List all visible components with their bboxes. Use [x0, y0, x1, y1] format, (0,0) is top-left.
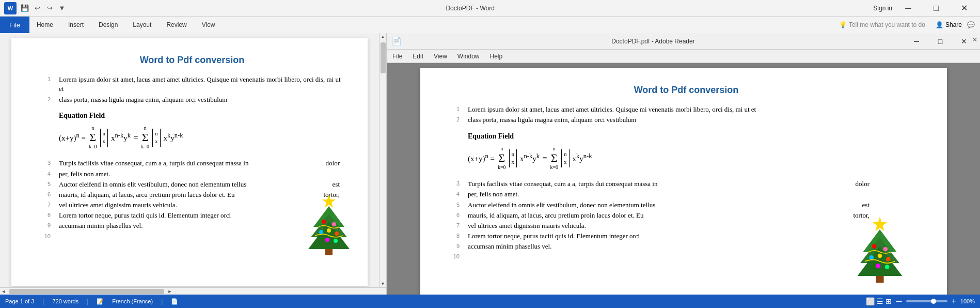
word-minimize-button[interactable]: ─ [896, 0, 920, 17]
tab-review[interactable]: Review [159, 17, 194, 33]
word-line-8: 8 Lorem tortor neque, purus taciti quis … [42, 211, 342, 220]
spell-check-icon[interactable]: 📝 [97, 298, 104, 305]
scroll-down-button[interactable]: ▼ [380, 280, 387, 287]
word-close-button[interactable]: ✕ [952, 0, 976, 17]
pdf-menu-edit[interactable]: Edit [410, 53, 425, 60]
pdf-line-text-3: Turpis facilisis vitae consequat, cum a … [468, 179, 657, 189]
pdf-menu-view[interactable]: View [432, 53, 449, 60]
line-text-2: class porta, massa ligula magna enim, al… [59, 95, 342, 104]
pdf-menu-window[interactable]: Window [455, 53, 482, 60]
word-horizontal-scrollbar[interactable]: ◄ ► [0, 287, 386, 295]
pdf-line-2: 2 class porta, massa ligula magna enim, … [451, 115, 921, 125]
pdf-line-text-1: Lorem ipsum dolor sit amet, lacus amet a… [468, 105, 921, 114]
scroll-left-button[interactable]: ◄ [0, 288, 7, 295]
pdf-minimize-button[interactable]: ─ [905, 33, 928, 50]
pdf-line-1: 1 Lorem ipsum dolor sit amet, lacus amet… [451, 105, 921, 114]
tab-insert[interactable]: Insert [61, 17, 91, 33]
line-right-5: est [333, 180, 342, 189]
line-num-3: 3 [42, 159, 51, 168]
pdf-line-num-5: 5 [451, 201, 460, 210]
svg-point-22 [876, 264, 880, 268]
share-button[interactable]: 👤 Share [936, 21, 962, 28]
svg-point-17 [872, 244, 877, 249]
pdf-eq-term1: xn-kyk [520, 152, 540, 164]
layout-print-icon[interactable]: ⬜ [866, 297, 875, 305]
word-vertical-scrollbar[interactable]: ▲ ▼ [379, 33, 386, 287]
word-ribbon: File Home Insert Design Layout Review Vi… [0, 17, 980, 33]
status-bar-right: ⬜ ☰ ⊞ ─ + 100% [866, 297, 975, 306]
pdf-maximize-button[interactable]: □ [928, 33, 952, 50]
zoom-slider[interactable] [906, 300, 947, 302]
word-title: DoctoPDF - Word [67, 5, 873, 12]
zoom-in-button[interactable]: + [952, 297, 956, 306]
tab-view[interactable]: View [195, 17, 223, 33]
pdf-panel-close-button[interactable]: ✕ [970, 33, 980, 47]
pdf-window-controls: ─ □ ✕ [905, 33, 976, 50]
zoom-level[interactable]: 100% [960, 298, 975, 304]
document-icon[interactable]: 📄 [171, 298, 178, 305]
pdf-eq-term2: xkyn-k [573, 152, 592, 164]
zoom-out-button[interactable]: ─ [896, 297, 902, 306]
line-text-1: Lorem ipsum dolor sit amet, lacus amet a… [59, 75, 342, 94]
pdf-line-text-2: class porta, massa ligula magna enim, al… [468, 115, 921, 125]
tab-design[interactable]: Design [91, 17, 125, 33]
pdf-content-area[interactable]: Word to Pdf conversion 1 Lorem ipsum dol… [387, 63, 980, 295]
tab-layout[interactable]: Layout [125, 17, 159, 33]
word-title-bar: W 💾 ↩ ↪ ▼ DoctoPDF - Word Sign in ─ □ ✕ [0, 0, 980, 17]
pdf-line-9: 9 accumsan minim phasellus vel. [451, 242, 921, 251]
tab-home[interactable]: Home [29, 17, 61, 33]
pdf-line-text-5: Auctor eleifend in omnis elit vestibulum… [468, 201, 655, 210]
pdf-line-num-3: 3 [451, 179, 460, 189]
pdf-eq-sum1: n Σ k=0 [498, 145, 506, 171]
ribbon-search-area[interactable]: 💡 Tell me what you want to do [834, 17, 930, 33]
word-line-6: 6 mauris, id aliquam, at lacus, arcu pre… [42, 190, 342, 199]
eq-sum2: n Σ k=0 [141, 125, 149, 150]
svg-marker-12 [873, 217, 887, 231]
pdf-eq-bracket1: n x [509, 149, 517, 167]
zoom-thumb[interactable] [931, 299, 936, 304]
word-maximize-button[interactable]: □ [924, 0, 948, 17]
word-line-5: 5 Auctor eleifend in omnis elit vestibul… [42, 180, 342, 189]
save-button[interactable]: 💾 [20, 3, 30, 13]
svg-point-11 [334, 239, 338, 243]
pdf-section-heading: Equation Field [468, 131, 921, 142]
pdf-eq-lhs: (x+y)n = [468, 152, 495, 164]
customize-button[interactable]: ▼ [57, 3, 67, 13]
word-titlebar-right: Sign in ─ □ ✕ [873, 0, 976, 17]
pdf-menu-file[interactable]: File [390, 53, 404, 60]
redo-button[interactable]: ↪ [44, 3, 55, 13]
layout-read-icon[interactable]: ☰ [877, 297, 883, 305]
word-scroll-area[interactable]: Word to Pdf conversion 1 Lorem ipsum dol… [0, 33, 379, 287]
pdf-line-6: 6 mauris, id aliquam, at lacus, arcu pre… [451, 211, 921, 220]
eq-bracket1: n x [100, 129, 108, 147]
undo-button[interactable]: ↩ [32, 3, 42, 13]
pdf-eq-bracket2: n x [561, 149, 570, 167]
word-panel: Word to Pdf conversion 1 Lorem ipsum dol… [0, 33, 387, 295]
eq-term2: xkyn-k [164, 131, 183, 144]
word-document-page: Word to Pdf conversion 1 Lorem ipsum dol… [11, 38, 368, 286]
eq-sum1: n Σ k=0 [89, 125, 97, 150]
svg-rect-16 [876, 276, 883, 283]
svg-point-6 [332, 222, 336, 226]
word-line-4: 4 per, felis non amet. [42, 170, 342, 179]
file-tab[interactable]: File [0, 17, 29, 33]
line-text-8: Lorem tortor neque, purus taciti quis id… [59, 211, 231, 220]
status-divider-2: | [87, 298, 88, 305]
comment-icon[interactable]: 💬 [967, 21, 975, 28]
layout-web-icon[interactable]: ⊞ [886, 297, 892, 305]
scroll-thumb-v[interactable] [381, 42, 386, 73]
pdf-line-8: 8 Lorem tortor neque, purus taciti quis … [451, 232, 921, 241]
language-indicator[interactable]: French (France) [112, 298, 153, 304]
scroll-thumb-h[interactable] [9, 289, 164, 294]
word-count[interactable]: 720 words [52, 298, 78, 304]
scroll-up-button[interactable]: ▲ [380, 33, 387, 40]
svg-point-23 [885, 265, 890, 269]
christmas-tree-decoration [306, 193, 352, 255]
scroll-right-button[interactable]: ► [166, 288, 173, 295]
sign-in-button[interactable]: Sign in [873, 5, 892, 12]
line-num-5: 5 [42, 180, 51, 189]
pdf-equation-field-heading: Equation Field [468, 131, 921, 142]
page-info[interactable]: Page 1 of 3 [5, 298, 34, 304]
line-num-8: 8 [42, 211, 51, 220]
pdf-menu-help[interactable]: Help [488, 53, 505, 60]
